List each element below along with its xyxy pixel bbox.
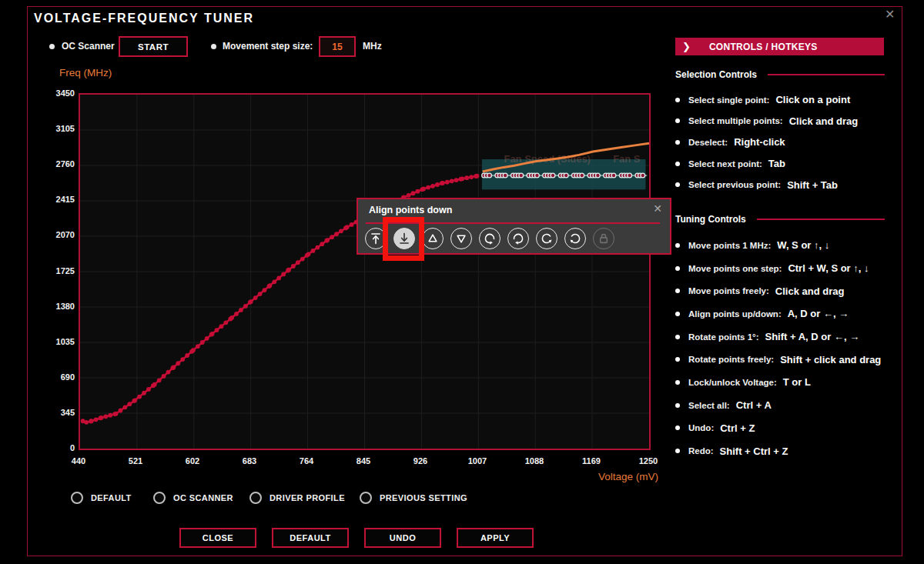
vf-curve-point	[239, 308, 243, 312]
step-size-input[interactable]: 15	[319, 36, 356, 57]
hotkey-value: Ctrl + Z	[720, 422, 755, 434]
vf-curve-point	[94, 417, 99, 422]
vf-curve-point	[320, 242, 324, 246]
undo-rotate-button[interactable]	[564, 228, 586, 249]
apply-button[interactable]: APPLY	[457, 528, 534, 548]
hotkey-item: Select multiple points:Click and drag	[675, 111, 885, 132]
hotkey-item: Select previous point:Shift + Tab	[675, 174, 885, 195]
rotate-points-counterclockwise-button[interactable]	[507, 228, 529, 249]
hotkey-item: Lock/unlock Voltage:T or L	[675, 371, 885, 394]
bullet-icon	[675, 243, 680, 248]
radio-circle-icon[interactable]	[360, 492, 372, 504]
hotkey-label: Select single point:	[688, 95, 769, 105]
hotkey-item: Rotate points freely:Shift + click and d…	[675, 348, 885, 371]
hotkey-value: Shift + click and drag	[780, 354, 881, 365]
radio-circle-icon[interactable]	[153, 492, 166, 504]
vf-curve-point	[249, 299, 253, 304]
vf-curve-chart[interactable]: Fan Speed (Sides)Fan S	[79, 93, 651, 450]
vf-curve-point	[464, 175, 469, 180]
vf-curve-point	[267, 283, 272, 288]
x-tick-label: 1088	[519, 456, 550, 466]
triangle-down-icon	[451, 229, 471, 249]
step-size-label: Movement step size:	[223, 41, 313, 52]
toolbar-title: Align points down	[369, 205, 452, 215]
hotkey-value: Ctrl + W, S or ↑, ↓	[788, 262, 869, 274]
undo-icon	[565, 229, 585, 249]
vf-curve-point	[191, 348, 196, 352]
controls-hotkeys-header[interactable]: ❯ CONTROLS / HOTKEYS	[675, 38, 884, 55]
redo-rotate-button[interactable]	[536, 228, 557, 249]
vf-curve-point	[146, 387, 151, 392]
vf-curve-point	[166, 370, 171, 375]
radio-label: OC SCANNER	[173, 493, 233, 502]
profile-radio-driver-profile[interactable]: DRIVER PROFILE	[249, 492, 345, 504]
vf-curve-point	[272, 279, 276, 284]
section-rule	[768, 74, 885, 75]
vf-curve-point	[291, 264, 296, 269]
undo-button[interactable]: UNDO	[364, 528, 441, 548]
window-title: VOLTAGE-FREQUENCY TUNER	[34, 12, 254, 25]
y-tick-label: 2760	[31, 159, 75, 169]
vf-curve-point	[200, 340, 205, 345]
rotate-points-clockwise-button[interactable]	[479, 228, 500, 249]
vf-curve-point	[196, 344, 200, 349]
vf-curve-point	[339, 229, 343, 233]
hotkeys-sections: Selection ControlsSelect single point:Cl…	[675, 69, 885, 462]
y-tick-label: 1380	[31, 302, 75, 311]
hotkey-label: Redo:	[688, 446, 714, 456]
close-button[interactable]: CLOSE	[179, 528, 256, 548]
x-tick-label: 1007	[462, 456, 493, 466]
hotkey-value: Shift + A, D or ←, →	[765, 331, 860, 342]
vf-curve-point	[114, 412, 119, 416]
hotkey-item: Move points freely:Click and drag	[675, 279, 885, 302]
hotkey-label: Select next point:	[688, 159, 762, 169]
vf-curve-point	[176, 361, 180, 365]
radio-circle-icon[interactable]	[71, 492, 83, 504]
hotkey-value: Click and drag	[789, 115, 859, 127]
y-tick-label: 0	[31, 443, 75, 452]
hotkey-label: Undo:	[688, 423, 714, 432]
vf-curve-point	[243, 304, 248, 309]
start-button[interactable]: START	[119, 36, 188, 57]
hotkey-value: Tab	[768, 158, 785, 169]
move-points-down-button[interactable]	[450, 228, 472, 249]
vf-curve-point	[325, 238, 330, 242]
hotkey-value: Click and drag	[775, 285, 845, 297]
profile-radio-previous-setting[interactable]: PREVIOUS SETTING	[360, 492, 467, 504]
profile-radio-default[interactable]: DEFAULT	[71, 492, 132, 504]
hotkey-value: Shift + Tab	[787, 179, 838, 191]
x-tick-label: 683	[234, 456, 265, 466]
y-tick-label: 2415	[31, 195, 75, 204]
bullet-icon	[675, 380, 680, 385]
window-close-icon[interactable]: ✕	[885, 7, 895, 22]
default-button[interactable]: DEFAULT	[272, 528, 349, 548]
selected-point	[580, 173, 584, 178]
hotkey-value: W, S or ↑, ↓	[777, 239, 829, 251]
y-tick-label: 2070	[31, 230, 75, 239]
radio-circle-icon[interactable]	[249, 492, 262, 504]
vf-curve-point	[180, 357, 185, 362]
bullet-icon	[675, 118, 680, 123]
hotkey-value: T or L	[783, 376, 811, 388]
highlight-annotation-box	[383, 217, 424, 261]
bullet-icon	[675, 426, 680, 430]
profile-radio-oc-scanner[interactable]: OC SCANNER	[153, 492, 233, 504]
vf-curve-point	[258, 292, 263, 296]
selected-point	[551, 173, 555, 178]
y-tick-label: 3105	[31, 124, 75, 133]
vf-curve-point	[99, 415, 103, 420]
redo-icon	[537, 229, 557, 249]
move-points-up-button[interactable]	[422, 228, 444, 249]
x-tick-label: 602	[177, 456, 208, 466]
vf-curve-point	[122, 405, 127, 409]
vf-curve-point	[415, 189, 420, 194]
vf-curve-point	[430, 184, 435, 189]
selected-point	[596, 173, 601, 178]
hotkey-value: Right-click	[734, 136, 785, 148]
x-tick-label: 521	[120, 456, 151, 466]
vf-curve-point	[421, 187, 426, 192]
hotkey-item: Move points 1 MHz:W, S or ↑, ↓	[675, 234, 885, 257]
vf-curve-point	[127, 402, 132, 406]
toolbar-close-icon[interactable]: ✕	[653, 202, 662, 215]
hotkey-label: Align points up/down:	[688, 309, 782, 319]
